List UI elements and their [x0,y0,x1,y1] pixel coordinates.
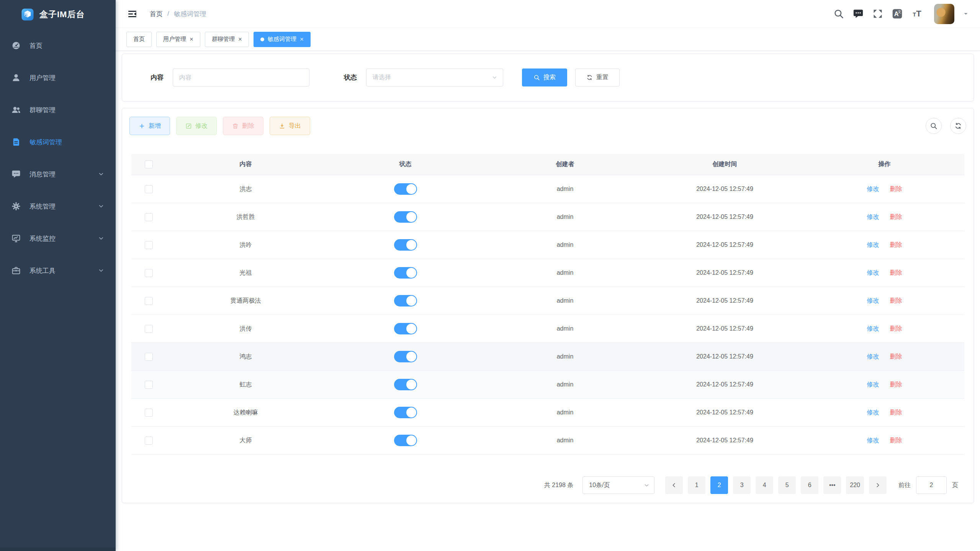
font-size-icon[interactable]: TT [911,8,922,19]
delete-link[interactable]: 删除 [890,269,902,277]
delete-link[interactable]: 删除 [890,213,902,221]
trash-icon [232,123,239,129]
cell-created-at: 2024-12-05 12:57:49 [645,325,805,332]
row-checkbox[interactable] [145,269,153,277]
edit-link[interactable]: 修改 [867,381,879,389]
fullscreen-icon[interactable] [872,8,883,19]
avatar[interactable] [934,4,954,24]
cell-content: 虹志 [166,381,326,389]
table-row: 洪吟admin2024-12-05 12:57:49修改删除 [131,231,964,259]
sidebar-item-7[interactable]: 系统工具 [0,254,116,287]
pagination-total: 共 2198 条 [544,481,573,489]
edit-link[interactable]: 修改 [867,325,879,333]
delete-link[interactable]: 删除 [890,297,902,305]
close-icon[interactable]: × [190,36,193,42]
cell-created-at: 2024-12-05 12:57:49 [645,241,805,248]
button-label: 新增 [149,122,161,130]
page-button-3[interactable]: 3 [733,476,751,494]
search-button[interactable]: 搜索 [522,68,567,86]
tab-1[interactable]: 用户管理× [156,32,200,47]
row-checkbox[interactable] [145,185,153,193]
column-header: 内容 [166,160,326,168]
sidebar-item-5[interactable]: 系统管理 [0,190,116,222]
status-select[interactable]: 请选择 [366,68,503,86]
edit-link[interactable]: 修改 [867,269,879,277]
delete-link[interactable]: 删除 [890,437,902,445]
row-checkbox[interactable] [145,437,153,445]
prev-page-button[interactable] [665,476,683,494]
refresh-button[interactable] [950,118,966,134]
goto-page-input[interactable] [916,476,947,494]
search-icon[interactable] [833,8,844,19]
column-header: 创建者 [485,160,645,168]
sidebar-fold-icon[interactable] [127,9,137,19]
add-button[interactable]: 新增 [129,117,170,135]
status-toggle[interactable] [394,379,417,390]
close-icon[interactable]: × [300,36,304,42]
delete-link[interactable]: 删除 [890,409,902,417]
sidebar-item-3[interactable]: 敏感词管理 [0,126,116,158]
sidebar-item-1[interactable]: 用户管理 [0,62,116,94]
status-toggle[interactable] [394,435,417,446]
row-checkbox[interactable] [145,409,153,417]
select-all-checkbox[interactable] [145,160,153,168]
status-toggle[interactable] [394,183,417,195]
page-button-220[interactable]: 220 [846,476,864,494]
sidebar-item-6[interactable]: 系统监控 [0,222,116,254]
edit-link[interactable]: 修改 [867,241,879,249]
show-search-button[interactable] [926,118,942,134]
tab-0[interactable]: 首页 [126,32,152,47]
app-logo[interactable]: 盒子IM后台 [0,0,116,29]
edit-link[interactable]: 修改 [867,213,879,221]
status-toggle[interactable] [394,211,417,223]
breadcrumb-home[interactable]: 首页 [150,10,163,18]
next-page-button[interactable] [869,476,887,494]
export-button[interactable]: 导出 [270,117,310,135]
page-button-1[interactable]: 1 [688,476,705,494]
user-icon [11,73,21,82]
row-checkbox[interactable] [145,297,153,305]
close-icon[interactable]: × [238,36,242,42]
delete-link[interactable]: 删除 [890,353,902,361]
more-pages-button[interactable]: ••• [823,476,841,494]
caret-down-icon[interactable] [963,11,969,16]
page-size-select[interactable]: 10条/页 [582,476,654,494]
delete-link[interactable]: 删除 [890,185,902,193]
page-button-4[interactable]: 4 [756,476,773,494]
reset-button[interactable]: 重置 [575,68,620,86]
page-buttons: 123456•••220 [688,476,864,494]
edit-link[interactable]: 修改 [867,437,879,445]
edit-link[interactable]: 修改 [867,353,879,361]
row-checkbox[interactable] [145,241,153,249]
sidebar-item-2[interactable]: 群聊管理 [0,94,116,126]
status-toggle[interactable] [394,407,417,418]
status-toggle[interactable] [394,239,417,251]
status-toggle[interactable] [394,323,417,334]
delete-link[interactable]: 删除 [890,241,902,249]
page-button-5[interactable]: 5 [778,476,796,494]
page-button-2[interactable]: 2 [710,476,728,494]
message-icon[interactable] [853,8,864,19]
sidebar-item-4[interactable]: 消息管理 [0,158,116,190]
delete-link[interactable]: 删除 [890,381,902,389]
content-input[interactable] [173,68,309,86]
status-select-placeholder: 请选择 [373,73,391,82]
row-checkbox[interactable] [145,325,153,333]
document-icon [11,137,21,147]
status-toggle[interactable] [394,267,417,279]
status-toggle[interactable] [394,295,417,306]
delete-link[interactable]: 删除 [890,325,902,333]
translate-icon[interactable]: A文 [892,8,903,19]
sidebar-item-0[interactable]: 首页 [0,29,116,62]
row-checkbox[interactable] [145,353,153,361]
tab-2[interactable]: 群聊管理× [205,32,249,47]
row-checkbox[interactable] [145,213,153,221]
edit-link[interactable]: 修改 [867,409,879,417]
status-toggle[interactable] [394,351,417,362]
edit-link[interactable]: 修改 [867,185,879,193]
page-button-6[interactable]: 6 [801,476,818,494]
navbar: 首页 / 敏感词管理 A文 TT [116,0,980,28]
row-checkbox[interactable] [145,381,153,389]
tab-3[interactable]: 敏感词管理× [254,32,311,47]
edit-link[interactable]: 修改 [867,297,879,305]
